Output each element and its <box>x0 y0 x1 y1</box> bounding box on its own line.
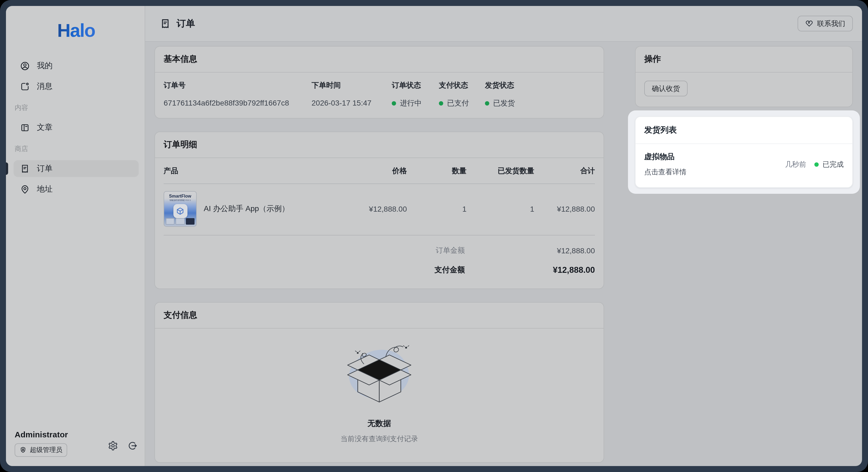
column-quantity: 数量 <box>407 166 466 176</box>
sidebar-item-label: 消息 <box>37 81 53 92</box>
sidebar-item-label: 地址 <box>37 184 53 194</box>
shipment-item-status: 已完成 <box>823 160 844 169</box>
thumbnail-screenshots <box>166 218 194 225</box>
card-title: 支付信息 <box>164 310 197 319</box>
thumbnail-subtitle: 智能流程管理系统 V3.2.1 <box>164 199 196 201</box>
shipment-list-card: 发货列表 虚拟物品 点击查看详情 几秒前 已完成 <box>635 116 853 188</box>
field-order-time: 下单时间 2026-03-17 15:47 <box>312 81 392 108</box>
user-circle-icon <box>20 61 30 71</box>
card-title: 订单明细 <box>164 140 197 149</box>
contact-us-label: 联系我们 <box>817 19 845 28</box>
sidebar-footer: Administrator 超级管理员 <box>13 430 139 466</box>
order-time-value: 2026-03-17 15:47 <box>312 99 392 107</box>
halo-logo[interactable]: Halo <box>57 20 95 41</box>
order-status-value: 进行中 <box>400 99 422 108</box>
sidebar: Halo 我的 消息 内容 文章 商店 <box>6 6 145 466</box>
status-dot <box>485 101 489 106</box>
notification-square-icon <box>20 81 30 91</box>
field-order-number: 订单号 671761134a6f2be88f39b792ff1667c8 <box>164 81 312 108</box>
table-header: 产品 价格 数量 已发货数量 合计 <box>164 158 595 184</box>
app-cube-icon <box>173 204 187 218</box>
cell-quantity: 1 <box>407 205 466 213</box>
field-shipping-status: 发货状态 已发货 <box>485 81 595 108</box>
settings-button[interactable] <box>108 441 118 451</box>
thumb-screenshot <box>186 218 194 225</box>
heart-handshake-icon <box>805 20 813 28</box>
tour-highlight: 发货列表 虚拟物品 点击查看详情 几秒前 已完成 <box>628 110 860 194</box>
main-area: 订单 联系我们 基本信息 订单号 671761134a6f2be88f39b79… <box>145 6 862 466</box>
contact-us-button[interactable]: 联系我们 <box>798 16 853 31</box>
sidebar-item-label: 订单 <box>37 164 53 174</box>
cell-price: ¥12,888.00 <box>347 205 407 213</box>
status-dot <box>392 101 396 106</box>
status-dot <box>439 101 443 106</box>
order-details-card: 订单明细 产品 价格 数量 已发货数量 合计 SmartFl <box>154 132 604 289</box>
card-title: 基本信息 <box>164 54 197 63</box>
confirm-receipt-button[interactable]: 确认收货 <box>644 81 688 96</box>
page-header: 订单 联系我们 <box>145 6 862 42</box>
shipment-item-name: 虚拟物品 <box>644 152 686 162</box>
logout-button[interactable] <box>127 441 137 451</box>
product-thumbnail[interactable]: SmartFlow 智能流程管理系统 V3.2.1 <box>164 191 197 227</box>
active-indicator <box>6 162 8 175</box>
thumbnail-title: SmartFlow <box>164 194 196 199</box>
article-icon <box>20 123 30 132</box>
sidebar-section-content: 内容 <box>14 103 139 112</box>
sidebar-nav: 我的 消息 内容 文章 商店 订单 <box>13 57 139 430</box>
confirm-receipt-label: 确认收货 <box>652 83 680 93</box>
sidebar-item-orders[interactable]: 订单 <box>13 160 139 177</box>
content-area: 基本信息 订单号 671761134a6f2be88f39b792ff1667c… <box>145 42 862 466</box>
sidebar-item-addresses[interactable]: 地址 <box>13 181 139 198</box>
shipment-item[interactable]: 虚拟物品 点击查看详情 几秒前 已完成 <box>636 144 852 187</box>
field-payment-status: 支付状态 已支付 <box>439 81 485 108</box>
current-user-name: Administrator <box>14 430 137 439</box>
empty-box-illustration <box>339 343 420 412</box>
order-number-value: 671761134a6f2be88f39b792ff1667c8 <box>164 99 312 107</box>
receipt-icon <box>160 18 171 29</box>
payment-info-card: 支付信息 <box>154 302 604 463</box>
sidebar-item-label: 文章 <box>37 122 53 133</box>
sidebar-item-mine[interactable]: 我的 <box>13 57 139 74</box>
role-badge-label: 超级管理员 <box>30 445 62 455</box>
payment-status-value: 已支付 <box>447 99 469 108</box>
summary-order-amount: 订单金额 ¥12,888.00 <box>164 241 595 260</box>
sidebar-section-store: 商店 <box>14 144 139 154</box>
role-badge: 超级管理员 <box>14 443 67 457</box>
empty-state-description: 当前没有查询到支付记录 <box>341 434 418 444</box>
receipt-icon <box>20 164 30 173</box>
column-shipped-quantity: 已发货数量 <box>466 166 534 176</box>
left-column: 基本信息 订单号 671761134a6f2be88f39b792ff1667c… <box>154 46 604 466</box>
shipping-status-value: 已发货 <box>493 99 515 108</box>
admin-app: Halo 我的 消息 内容 文章 商店 <box>6 6 862 466</box>
column-product: 产品 <box>164 166 347 176</box>
shipment-item-hint: 点击查看详情 <box>644 167 686 177</box>
right-column: 操作 确认收货 发货列表 虚拟物品 点击查看详情 <box>635 46 853 194</box>
summary-paid-amount: 支付金额 ¥12,888.00 <box>164 260 595 280</box>
card-title: 操作 <box>644 54 661 63</box>
map-pin-icon <box>20 184 30 194</box>
shipment-item-time: 几秒前 <box>785 160 806 169</box>
sidebar-item-messages[interactable]: 消息 <box>13 78 139 95</box>
card-title: 发货列表 <box>644 125 677 134</box>
empty-state-title: 无数据 <box>368 418 391 429</box>
product-name[interactable]: AI 办公助手 App（示例） <box>204 204 289 214</box>
status-dot <box>814 162 819 167</box>
table-row: SmartFlow 智能流程管理系统 V3.2.1 <box>164 184 595 235</box>
field-order-status: 订单状态 进行中 <box>392 81 439 108</box>
page-title: 订单 <box>177 17 195 30</box>
gear-icon <box>108 441 118 451</box>
app-window: Halo 我的 消息 内容 文章 商店 <box>0 0 868 472</box>
logout-icon <box>127 441 137 451</box>
thumb-screenshot <box>166 218 175 225</box>
basic-info-card: 基本信息 订单号 671761134a6f2be88f39b792ff1667c… <box>154 46 604 119</box>
sidebar-item-articles[interactable]: 文章 <box>13 119 139 136</box>
actions-card: 操作 确认收货 <box>635 46 853 107</box>
sidebar-item-label: 我的 <box>37 61 53 71</box>
shield-user-icon <box>20 446 27 453</box>
cell-total: ¥12,888.00 <box>534 205 595 213</box>
column-total: 合计 <box>534 166 595 176</box>
cell-shipped-quantity: 1 <box>466 205 534 213</box>
thumb-screenshot <box>176 218 185 225</box>
column-price: 价格 <box>347 166 407 176</box>
